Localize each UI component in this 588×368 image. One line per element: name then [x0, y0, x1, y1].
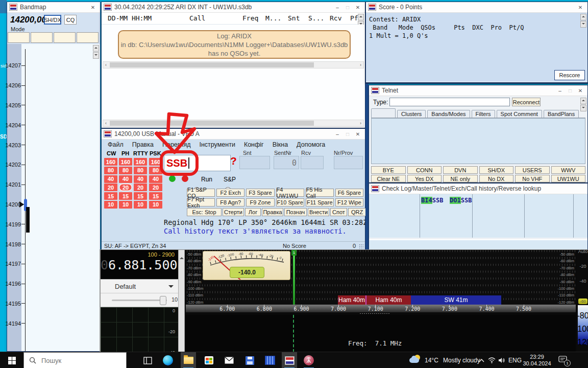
telnet-command-button[interactable]: SH/DX	[479, 166, 514, 174]
slider-handle[interactable]	[160, 296, 166, 305]
band-button[interactable]: 20	[149, 183, 162, 191]
band-button[interactable]: 15	[134, 192, 147, 200]
store-button[interactable]	[201, 352, 216, 368]
action-button[interactable]: QRZ	[348, 208, 366, 216]
scroll-up-icon[interactable]	[180, 255, 184, 259]
log-column-header[interactable]: DD-MM HH:MM	[108, 14, 152, 22]
volume-button[interactable]	[498, 352, 505, 368]
tab-clusters[interactable]: Clusters	[397, 110, 426, 118]
telnet-output[interactable]	[371, 118, 585, 164]
rescore-button[interactable]: Rescore	[554, 70, 585, 80]
telnet-type-input[interactable]	[389, 98, 510, 106]
log-column-header[interactable]: Rcv	[330, 14, 341, 22]
notification-button[interactable]: 1	[558, 356, 569, 365]
reconnect-button[interactable]: Reconnect	[512, 98, 541, 106]
band-button[interactable]: 20	[104, 183, 117, 191]
weather-condition[interactable]: Mostly cloudy	[443, 352, 480, 368]
menu-window[interactable]: Вікна	[273, 141, 288, 148]
task-view-button[interactable]	[140, 352, 155, 368]
score-spinner[interactable]	[580, 14, 586, 28]
action-button[interactable]: Внести	[308, 208, 329, 216]
tuning-marker[interactable]: 1	[293, 250, 295, 306]
band-button[interactable]: 40	[149, 175, 162, 183]
network-button[interactable]	[488, 352, 496, 368]
entry-titlebar[interactable]: 14200,00 USB Manual - VFO A – □ ✕	[102, 129, 365, 140]
maximize-icon[interactable]: □	[342, 130, 353, 138]
minimize-icon[interactable]: –	[555, 86, 565, 95]
check-callsign[interactable]: BI4SSB	[421, 197, 443, 204]
mode-box[interactable]	[77, 32, 99, 43]
telnet-command-button[interactable]: BYE	[371, 166, 406, 174]
mode-box[interactable]	[31, 32, 53, 43]
band-button[interactable]: 160	[119, 158, 132, 166]
h-scrollbar[interactable]: ‹ ›	[103, 61, 364, 68]
band-button[interactable]: 15	[119, 192, 132, 200]
close-icon[interactable]: ✕	[88, 3, 98, 11]
weather-temp[interactable]: 14°C	[425, 352, 438, 368]
frequency-readout[interactable]: 06.881.500	[101, 258, 178, 272]
rcv-field[interactable]	[301, 156, 324, 169]
mode-box[interactable]	[8, 32, 30, 43]
telnet-command-button[interactable]: WWV	[551, 166, 586, 174]
weather-icon[interactable]	[409, 355, 423, 366]
action-button[interactable]: Спот	[330, 208, 347, 216]
telnet-command-button[interactable]: USERS	[515, 166, 550, 174]
fkey-button[interactable]: F12 Wipe	[335, 198, 363, 206]
close-icon[interactable]: ✕	[575, 3, 585, 11]
shdx-button[interactable]: SH/DX	[44, 15, 61, 25]
action-button[interactable]: Стерти	[223, 208, 244, 216]
cq-button[interactable]: CQ	[64, 15, 77, 25]
minimize-icon[interactable]: –	[332, 130, 342, 138]
fkey-button[interactable]: F2 Exch	[216, 189, 244, 197]
preset-dropdown[interactable]: Default	[101, 280, 178, 293]
fkey-button[interactable]: F9 Zone	[246, 198, 274, 206]
spectrum-display[interactable]: -50 dBm-60 dBm-70 dBm-80 dBm-90 dBm-100 …	[186, 250, 576, 352]
band-button[interactable]: 160	[104, 158, 117, 166]
telnet-command-button[interactable]: No DX	[479, 175, 514, 182]
log-column-header[interactable]: M...	[265, 14, 281, 22]
log-column-header[interactable]: Freq	[242, 14, 258, 22]
log-column-header[interactable]: Snt	[288, 14, 300, 22]
edge-button[interactable]	[160, 352, 176, 368]
fkey-button[interactable]: F5 His Call	[306, 189, 334, 197]
check-titlebar[interactable]: Check Log/Master/Telnet/Exch/Call histor…	[369, 183, 587, 194]
telnet-command-button[interactable]: No VHF	[515, 175, 550, 182]
band-button[interactable]: 160	[149, 158, 162, 166]
splitter-grip[interactable]	[359, 313, 390, 314]
telnet-command-button[interactable]: UW1WU	[551, 175, 586, 182]
tab-bands-modes[interactable]: Bands/Modes	[427, 110, 470, 118]
sentnr-field[interactable]: 0	[274, 156, 299, 169]
mode-box[interactable]	[54, 32, 76, 43]
band-button[interactable]: 40	[119, 175, 132, 183]
volume-slider[interactable]: 10	[101, 293, 178, 307]
band-button[interactable]: 10	[104, 201, 117, 209]
band-button[interactable]: 10	[119, 201, 132, 209]
scroll-right-icon[interactable]: ›	[358, 63, 363, 67]
band-button[interactable]: 80	[149, 167, 162, 174]
telnet-command-button[interactable]: DVN	[443, 166, 478, 174]
menu-config[interactable]: Конфіг	[244, 141, 264, 148]
close-icon[interactable]: ✕	[353, 3, 363, 11]
tab-filters[interactable]: Filters	[472, 110, 495, 118]
band-button[interactable]: 80	[119, 167, 132, 174]
resize-grip[interactable]	[359, 244, 364, 249]
telnet-command-button[interactable]: Clear NE	[371, 175, 406, 182]
fkey-button[interactable]: F8 Agn?	[216, 198, 244, 206]
close-icon[interactable]: ✕	[353, 130, 363, 138]
tab-bandplans[interactable]: BandPlans	[544, 110, 579, 118]
menu-file[interactable]: Файл	[108, 141, 124, 148]
search-box[interactable]	[23, 352, 127, 368]
auto-label[interactable]: Auto	[577, 250, 588, 254]
band-button[interactable]: 10	[149, 201, 162, 209]
telnet-command-button[interactable]: Yes DX	[407, 175, 442, 182]
callsign-input[interactable]: SSB	[164, 155, 231, 171]
save-app-button[interactable]	[242, 352, 257, 368]
fkey-button[interactable]: F6 Spare	[335, 189, 363, 197]
log-column-header[interactable]: Call	[189, 14, 205, 22]
log-column-header[interactable]: S...	[308, 14, 324, 22]
menu-help[interactable]: Допомога	[297, 141, 325, 148]
band-button[interactable]: 160	[134, 158, 147, 166]
bandmap-spinner[interactable]	[93, 45, 99, 59]
fkey-button[interactable]: F11 Spare	[306, 198, 334, 206]
scroll-thumb[interactable]	[110, 62, 314, 67]
